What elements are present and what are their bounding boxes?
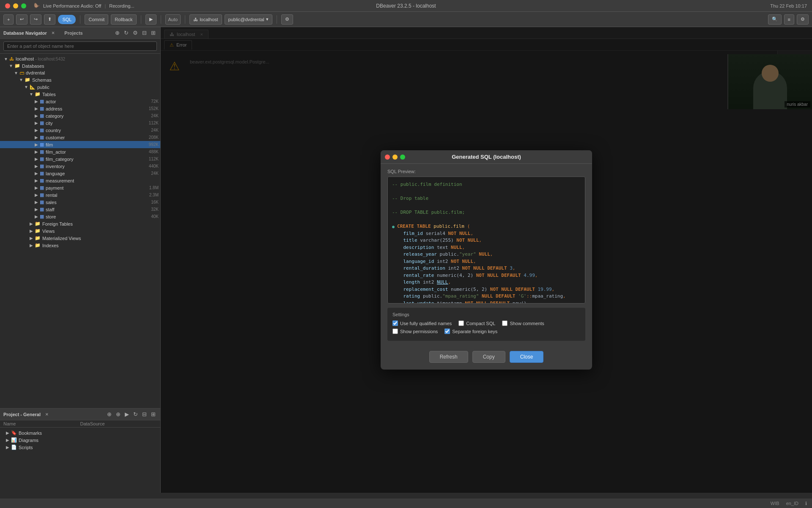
minimize-button[interactable] [13,3,18,8]
schema-selector[interactable]: public@dvdrental ▾ [225,14,272,25]
toolbar-btn-3[interactable]: ⬆ [44,14,55,25]
tree-item-store[interactable]: ▶ ▦ store 40K [0,213,160,220]
checkbox-compact-sql[interactable]: Compact SQL [458,320,495,326]
proj-action-btn-3[interactable]: ▶ [123,411,130,418]
close-button[interactable] [5,3,10,8]
table-icon: ▦ [40,163,44,169]
close-project-btn[interactable]: × [44,411,50,418]
tree-item-actor[interactable]: ▶ ▦ actor 72K [0,98,160,105]
modal-title: Generated SQL (localhost) [452,154,521,160]
nav-collapse-btn[interactable]: ⊟ [141,29,148,36]
proj-action-btn-4[interactable]: ↻ [132,411,139,418]
refresh-button[interactable]: Refresh [429,351,468,363]
tree-item-sales[interactable]: ▶ ▦ sales 16K [0,199,160,206]
checkbox-permissions-input[interactable] [392,329,398,334]
search-toolbar-btn[interactable]: 🔍 [768,14,782,25]
rollback-button[interactable]: Rollback [111,14,136,25]
tree-item-dvdrental[interactable]: ▼ 🗃 dvdrental [0,69,160,76]
database-icon: 🗃 [19,70,24,75]
proj-action-btn-2[interactable]: ⊕ [115,411,122,418]
expand-arrow: ▶ [34,135,39,140]
projects-tab[interactable]: Projects [64,30,82,36]
toolbar-btn-2[interactable]: ↪ [30,14,41,25]
table-icon: ▦ [40,199,44,205]
proj-collapse-btn[interactable]: ⊟ [141,411,148,418]
nav-expand-btn[interactable]: ⊞ [150,29,157,36]
col-name-header: Name [3,421,80,426]
tree-item-measurement[interactable]: ▶ ▦ measurement [0,177,160,184]
maximize-button[interactable] [21,3,26,8]
tree-item-inventory[interactable]: ▶ ▦ inventory 440K [0,163,160,170]
tree-item-bookmarks[interactable]: ▶ 🔖 Bookmarks [0,429,160,436]
proj-action-btn-1[interactable]: ⊕ [106,411,113,418]
expand-arrow: ▶ [34,142,39,147]
new-sql-button[interactable]: + [3,14,14,25]
tree-item-localhost[interactable]: ▼ 🖧 localhost - localhost:5432 [0,55,160,62]
tree-item-rental[interactable]: ▶ ▦ rental 2.3M [0,191,160,199]
modal-minimize-btn[interactable] [392,155,398,160]
checkbox-fk-input[interactable] [444,329,450,334]
toolbar-btn-1[interactable]: ↩ [16,14,27,25]
modal-overlay: Generated SQL (localhost) SQL Preview: -… [161,27,812,493]
tree-item-scripts[interactable]: ▶ 📄 Scripts [0,444,160,451]
checkbox-comments-label: Show comments [510,321,544,326]
nav-action-btn-3[interactable]: ⚙ [132,29,139,36]
tree-item-country[interactable]: ▶ ▦ country 24K [0,127,160,134]
expand-arrow: ▶ [34,149,39,154]
tree-item-language[interactable]: ▶ ▦ language 24K [0,170,160,177]
tree-item-film[interactable]: ▶ ▦ film 992K [0,141,160,148]
tree-label-store: store [46,214,148,219]
tree-item-customer[interactable]: ▶ ▦ customer 208K [0,134,160,141]
tree-item-materialized-views[interactable]: ▶ 📁 Materialized Views [0,235,160,242]
toolbar-btn-6[interactable]: ≡ [784,14,794,25]
tree-item-tables-folder[interactable]: ▼ 📁 Tables [0,91,160,98]
search-input[interactable] [3,41,157,51]
tree-item-city[interactable]: ▶ ▦ city 112K [0,119,160,127]
table-size-actor: 72K [151,99,159,104]
checkbox-show-comments[interactable]: Show comments [502,320,544,326]
tree-item-public[interactable]: ▼ 📐 public [0,83,160,91]
close-navigator-btn[interactable]: × [50,29,56,36]
nav-action-btn-2[interactable]: ↻ [123,29,130,36]
commit-button[interactable]: Commit [85,14,108,25]
checkbox-separate-fk[interactable]: Separate foreign keys [444,329,497,334]
checkbox-comments-input[interactable] [502,320,508,326]
toolbar-btn-7[interactable]: ⚙ [797,14,809,25]
right-panel: 🖧 localhost × ⚠ Error ⚠ beaver.ext.postg… [161,27,812,493]
toolbar-btn-4[interactable]: ▶ [145,14,156,25]
table-size-film-category: 112K [149,157,159,161]
toolbar-btn-5[interactable]: ⚙ [281,14,293,25]
checkbox-compact-input[interactable] [458,320,464,326]
tree-item-category[interactable]: ▶ ▦ category 24K [0,112,160,119]
sql-editor[interactable]: -- public.film definition -- Drop table … [387,177,585,304]
expand-arrow: ▼ [19,77,24,82]
modal-close-btn[interactable] [385,155,390,160]
tree-item-schemas[interactable]: ▼ 📁 Schemas [0,76,160,83]
tree-label-city: city [46,121,146,126]
project-title: Project - General [3,412,41,417]
tree-item-staff[interactable]: ▶ ▦ staff 32K [0,206,160,213]
tree-item-address[interactable]: ▶ ▦ address 152K [0,105,160,112]
schema-icon: 📐 [30,84,36,90]
connection-selector[interactable]: 🖧 localhost [189,14,222,25]
tree-label-film: film [46,142,146,147]
close-button[interactable]: Close [510,351,544,363]
tree-item-film-category[interactable]: ▶ ▦ film_category 112K [0,155,160,163]
copy-button[interactable]: Copy [472,351,505,363]
checkbox-use-qualified[interactable]: Use fully qualified names [392,320,452,326]
tree-item-film-actor[interactable]: ▶ ▦ film_actor 488K [0,148,160,155]
tree-item-indexes[interactable]: ▶ 📁 Indexes [0,242,160,249]
tree-item-diagrams[interactable]: ▶ 📊 Diagrams [0,436,160,444]
nav-action-btn-1[interactable]: ⊕ [114,29,121,36]
tree-label-film-actor: film_actor [46,149,146,155]
tree-item-databases[interactable]: ▼ 📁 Databases [0,62,160,69]
tree-item-foreign-tables[interactable]: ▶ 📁 Foreign Tables [0,220,160,227]
expand-arrow: ▶ [34,207,39,212]
checkbox-qualified-input[interactable] [392,320,398,326]
tree-item-views[interactable]: ▶ 📁 Views [0,227,160,235]
expand-arrow: ▶ [34,121,39,125]
checkbox-show-permissions[interactable]: Show permissions [392,329,438,334]
modal-maximize-btn[interactable] [400,155,405,160]
proj-expand-btn[interactable]: ⊞ [150,411,157,418]
tree-item-payment[interactable]: ▶ ▦ payment 1.8M [0,184,160,191]
